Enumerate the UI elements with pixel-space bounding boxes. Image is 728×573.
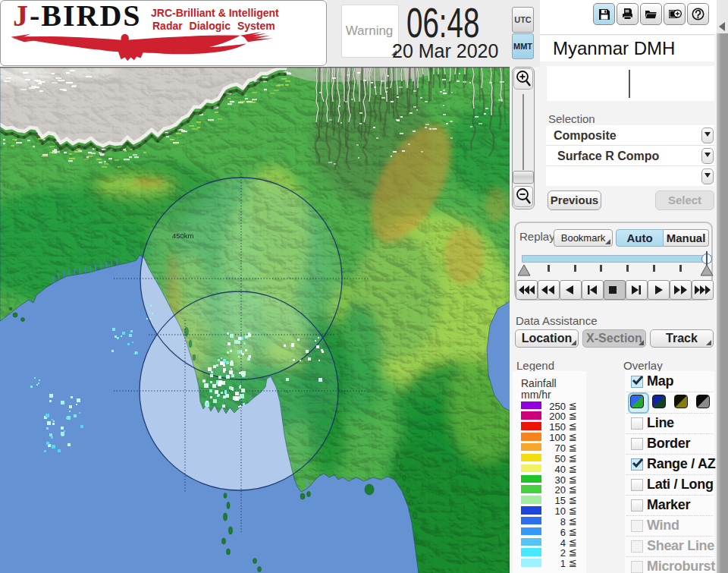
svg-text:450km: 450km (172, 231, 194, 240)
